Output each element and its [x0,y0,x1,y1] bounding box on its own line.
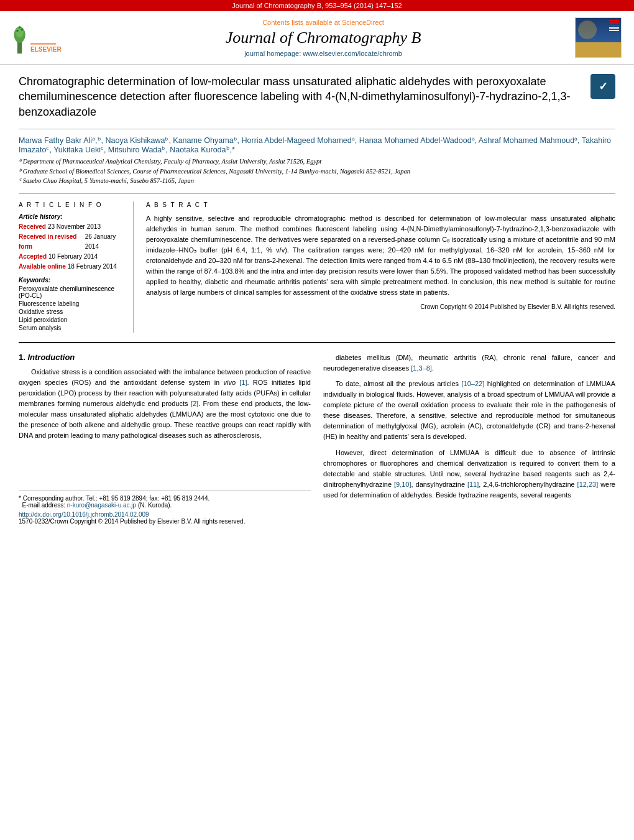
journal-homepage: journal homepage: www.elsevier.com/locat… [93,50,553,57]
article-title-section: Chromatographic determination of low-mol… [19,74,615,129]
journal-cover-area [559,17,622,58]
affiliation-c: ᶜ Sasebo Chuo Hospital, 5 Yamato-machi, … [19,176,615,186]
abstract-copyright: Crown Copyright © 2014 Published by Else… [146,303,615,310]
date-accepted-value: 10 February 2014 [48,252,98,262]
ref-2[interactable]: [2] [191,400,198,407]
ref-1[interactable]: [1] [239,379,247,386]
issn-text: 1570-0232/Crown Copyright © 2014 Publish… [19,518,311,525]
svg-point-3 [16,30,19,32]
affiliation-a: ᵃ Department of Pharmaceutical Analytica… [19,157,615,167]
journal-cover-image [575,17,622,58]
date-revised: Received in revised form 26 January 2014 [19,232,126,252]
keyword-1: Peroxyoxalate chemiluminescence (PO-CL) [19,285,126,299]
section1-para3: To date, almost all the previous article… [323,379,615,442]
section1-para2: diabetes mellitus (DM), rheumatic arthri… [323,353,615,374]
journal-citation-bar: Journal of Chromatography B, 953–954 (20… [0,0,634,11]
date-online: Available online 18 February 2014 [19,262,126,272]
journal-info-center: Contents lists available at ScienceDirec… [93,19,553,57]
elsevier-logo: ELSEVIER [12,21,87,55]
authors-line: Marwa Fathy Bakr Aliᵃ,ᵇ, Naoya Kishikawa… [19,136,615,154]
svg-point-5 [19,26,21,29]
journal-header: ELSEVIER Contents lists available at Sci… [0,11,634,65]
journal-citation: Journal of Chromatography B, 953–954 (20… [232,2,402,9]
section1-heading: Introduction [27,353,75,362]
keywords-label: Keywords: [19,277,126,284]
ref-11[interactable]: [11] [467,481,479,488]
keyword-2: Fluorescence labeling [19,300,126,307]
svg-text:✓: ✓ [599,80,608,93]
svg-rect-6 [30,44,56,45]
affiliation-b: ᵇ Graduate School of Biomedical Sciences… [19,167,615,177]
date-accepted-label: Accepted [19,252,47,262]
footnote-text: * Corresponding author. Tel.: +81 95 819… [19,495,311,509]
ref-10-22[interactable]: [10–22] [462,380,485,387]
email-link[interactable]: n-kuro@nagasaki-u.ac.jp [67,502,136,509]
abstract-text: A highly sensitive, selective and reprod… [146,213,615,298]
date-online-label: Available online [19,262,66,272]
footnote-area: * Corresponding author. Tel.: +81 95 819… [19,491,311,525]
ref-1-3-8[interactable]: [1,3–8] [411,364,432,372]
date-received-label: Received [19,222,46,232]
section1-number: 1. [19,353,25,362]
ref-12-23[interactable]: [12,23] [577,481,599,488]
keyword-3: Oxidative stress [19,308,126,315]
svg-text:ELSEVIER: ELSEVIER [30,46,62,53]
date-revised-value: 26 January 2014 [85,232,126,252]
article-info-column: A R T I C L E I N F O Article history: R… [19,201,134,333]
abstract-column: A B S T R A C T A highly sensitive, sele… [146,201,615,333]
publisher-logo-area: ELSEVIER [12,21,87,55]
abstract-heading: A B S T R A C T [146,201,615,208]
date-online-value: 18 February 2014 [68,262,117,272]
elsevier-tree-icon: ELSEVIER [12,21,62,55]
section1-para1: Oxidative stress is a condition associat… [19,367,311,441]
page: Journal of Chromatography B, 953–954 (20… [0,0,634,840]
article-body: 1. Introduction Oxidative stress is a co… [19,342,615,525]
crossmark-badge[interactable]: ✓ [590,74,615,99]
journal-title: Journal of Chromatography B [93,29,553,47]
crossmark-icon: ✓ [592,75,614,98]
science-direct-link-text[interactable]: ScienceDirect [342,19,384,26]
article-title: Chromatographic determination of low-mol… [19,74,584,119]
date-received-value: 23 November 2013 [48,222,101,232]
affiliations: ᵃ Department of Pharmaceutical Analytica… [19,157,615,186]
article-content: Chromatographic determination of low-mol… [0,65,634,537]
article-title-text: Chromatographic determination of low-mol… [19,74,584,122]
keyword-4: Lipid peroxidation [19,316,126,323]
article-history-label: Article history: [19,213,126,220]
svg-point-4 [21,29,23,31]
ref-9-10[interactable]: [9,10] [394,481,411,488]
article-info-heading: A R T I C L E I N F O [19,201,126,208]
article-info-abstract: A R T I C L E I N F O Article history: R… [19,193,615,333]
homepage-url[interactable]: www.elsevier.com/locate/chromb [303,50,402,57]
date-received: Received 23 November 2013 [19,222,126,232]
article-dates: Received 23 November 2013 Received in re… [19,222,126,272]
section1-title: 1. Introduction [19,353,311,362]
body-right-column: diabetes mellitus (DM), rheumatic arthri… [323,353,615,525]
keyword-5: Serum analysis [19,325,126,331]
section1-para4: However, direct determination of LMMUAA … [323,448,615,501]
date-revised-label: Received in revised form [19,232,83,252]
science-direct-label: Contents lists available at ScienceDirec… [93,19,553,26]
doi-link[interactable]: http://dx.doi.org/10.1016/j.jchromb.2014… [19,511,311,518]
date-accepted: Accepted 10 February 2014 [19,252,126,262]
body-left-column: 1. Introduction Oxidative stress is a co… [19,353,311,525]
